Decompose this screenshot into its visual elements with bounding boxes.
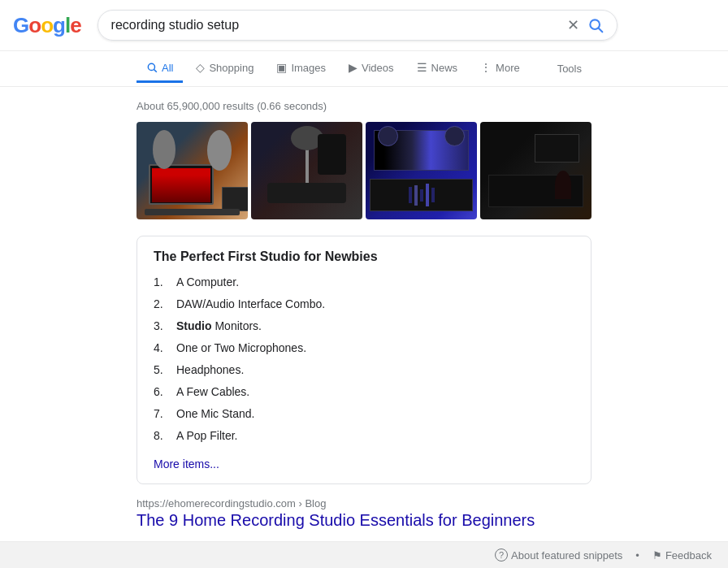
svg-point-2: [148, 63, 154, 70]
list-item: 1. A Computer.: [154, 274, 574, 291]
search-nav: All ◇ Shopping ▣ Images ▶ Videos ☰ News …: [0, 51, 728, 87]
nav-item-videos[interactable]: ▶ Videos: [339, 54, 404, 83]
more-dots-icon: ⋮: [480, 61, 492, 74]
search-button[interactable]: [587, 17, 604, 33]
news-icon: ☰: [417, 61, 427, 74]
results-count: About 65,900,000 results (0.66 seconds): [136, 100, 592, 112]
result-image-1[interactable]: [136, 122, 248, 219]
image-strip: [136, 122, 592, 219]
images-icon: ▣: [276, 61, 287, 74]
videos-icon: ▶: [349, 61, 358, 74]
snippet-list: 1. A Computer. 2. DAW/Audio Interface Co…: [154, 274, 574, 444]
nav-label-more: More: [496, 62, 520, 74]
nav-item-more[interactable]: ⋮ More: [470, 54, 530, 83]
result-image-2[interactable]: [251, 122, 362, 219]
search-icon: [587, 17, 604, 33]
nav-label-images: Images: [291, 62, 326, 74]
nav-label-news: News: [431, 62, 458, 74]
nav-tools-button[interactable]: Tools: [548, 56, 592, 81]
list-item: 5. Headphones.: [154, 362, 574, 379]
shopping-icon: ◇: [196, 61, 205, 74]
nav-item-images[interactable]: ▣ Images: [266, 54, 336, 83]
clear-icon[interactable]: ✕: [567, 18, 579, 33]
snippet-title: The Perfect First Studio for Newbies: [154, 249, 574, 264]
header: Google ✕: [0, 0, 728, 51]
nav-item-shopping[interactable]: ◇ Shopping: [186, 54, 263, 83]
nav-label-videos: Videos: [362, 62, 394, 74]
result-image-4[interactable]: [480, 122, 592, 219]
search-input[interactable]: [111, 18, 559, 33]
nav-label-all: All: [162, 62, 173, 74]
list-item: 7. One Mic Stand.: [154, 405, 574, 423]
results-container: About 65,900,000 results (0.66 seconds): [0, 87, 728, 536]
nav-item-news[interactable]: ☰ News: [407, 54, 468, 83]
result-title-link[interactable]: The 9 Home Recording Studio Essentials f…: [136, 511, 535, 529]
nav-item-all[interactable]: All: [136, 55, 183, 83]
search-bar: ✕: [98, 10, 618, 41]
list-item: 3. Studio Monitors.: [154, 318, 574, 335]
svg-line-1: [598, 28, 602, 33]
list-item: 8. A Pop Filter.: [154, 427, 574, 444]
all-icon: [146, 62, 158, 73]
list-item: 2. DAW/Audio Interface Combo.: [154, 296, 574, 313]
featured-snippet: The Perfect First Studio for Newbies 1. …: [136, 236, 592, 484]
search-result-1: https://ehomerecordingstudio.com › Blog …: [136, 497, 592, 530]
result-image-3[interactable]: [366, 122, 477, 219]
result-url: https://ehomerecordingstudio.com › Blog: [136, 497, 592, 509]
google-logo[interactable]: Google: [13, 13, 81, 38]
nav-label-shopping: Shopping: [209, 62, 254, 74]
svg-line-3: [154, 70, 157, 72]
list-item: 4. One or Two Microphones.: [154, 340, 574, 357]
more-items-link[interactable]: More items...: [154, 457, 219, 470]
list-item: 6. A Few Cables.: [154, 384, 574, 401]
